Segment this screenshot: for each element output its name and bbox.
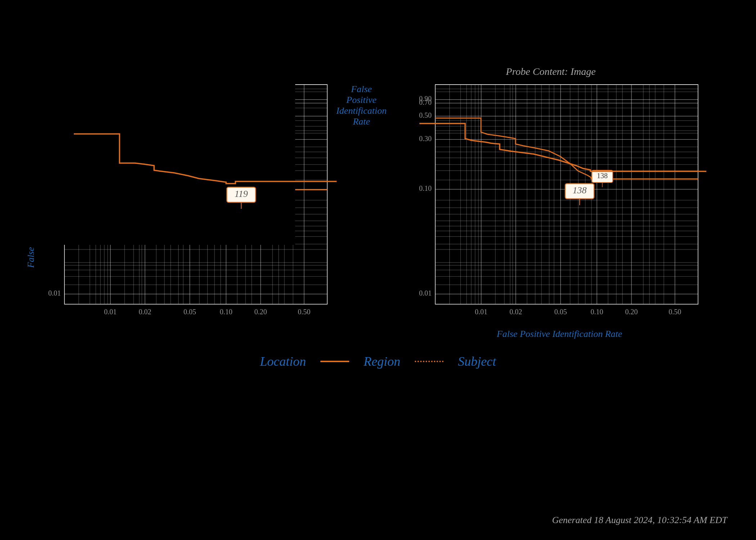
svg-text:138: 138: [597, 172, 608, 180]
footer-timestamp: Generated 18 August 2024, 10:32:54 AM ED…: [552, 515, 728, 526]
svg-text:0.50: 0.50: [298, 308, 310, 316]
svg-text:0.20: 0.20: [254, 308, 267, 316]
svg-text:0.50: 0.50: [48, 111, 61, 119]
svg-text:0.01: 0.01: [104, 308, 117, 316]
chart-right-svg: .grid-line2 { stroke: #ffffff; stroke-wi…: [412, 81, 707, 326]
svg-text:0.30: 0.30: [48, 135, 61, 143]
svg-text:0.10: 0.10: [48, 184, 61, 192]
svg-text:0.90: 0.90: [48, 95, 61, 103]
chart-left-inner: .grid-line { stroke: #ffffff; stroke-wid…: [41, 81, 336, 326]
x-axis-label-right: False Positive Identification Rate: [412, 329, 707, 339]
svg-text:0.10: 0.10: [419, 184, 432, 192]
page-container: Detection Error Tradeoff Probe Content: …: [0, 0, 756, 540]
svg-rect-0: [41, 81, 336, 326]
chart-right: Probe Content: Image False Negative Iden…: [378, 66, 724, 339]
legend-region-line: [415, 361, 444, 362]
svg-text:0.01: 0.01: [475, 308, 487, 316]
svg-text:0.01: 0.01: [419, 289, 432, 297]
svg-text:0.50: 0.50: [419, 111, 432, 119]
charts-row: Probe Content: Image + EFS False Negativ…: [22, 66, 734, 339]
svg-text:0.30: 0.30: [419, 135, 432, 143]
chart-left-title: Probe Content: Image + EFS: [146, 66, 265, 77]
svg-text:0.02: 0.02: [139, 308, 151, 316]
chart-right-area: False Negative Identification Rate .grid…: [395, 81, 707, 339]
legend-subject-label: Subject: [458, 354, 496, 369]
svg-text:0.02: 0.02: [509, 308, 522, 316]
chart-left: Probe Content: Image + EFS False Negativ…: [32, 66, 378, 339]
svg-text:0.90: 0.90: [419, 95, 432, 103]
svg-text:0.05: 0.05: [184, 308, 196, 316]
svg-text:0.50: 0.50: [669, 308, 681, 316]
legend-location-line: [320, 361, 349, 362]
chart-left-svg: .grid-line { stroke: #ffffff; stroke-wid…: [41, 81, 336, 326]
legend-location-label: Location: [260, 354, 306, 369]
svg-text:0.01: 0.01: [48, 289, 61, 297]
svg-text:0.10: 0.10: [591, 308, 603, 316]
legend-region-label: Region: [364, 354, 400, 369]
svg-text:0.10: 0.10: [220, 308, 232, 316]
legend-row: Location Region Subject: [22, 354, 734, 369]
chart-left-area: False Negative Identification Rate: [24, 81, 387, 326]
svg-text:0.20: 0.20: [625, 308, 638, 316]
chart-right-title: Probe Content: Image: [506, 66, 595, 77]
y-axis-label-left: False Negative Identification Rate: [24, 81, 38, 326]
page-title: Detection Error Tradeoff: [29, 14, 734, 44]
svg-text:0.05: 0.05: [554, 308, 567, 316]
chart-right-inner: .grid-line2 { stroke: #ffffff; stroke-wi…: [412, 81, 707, 339]
